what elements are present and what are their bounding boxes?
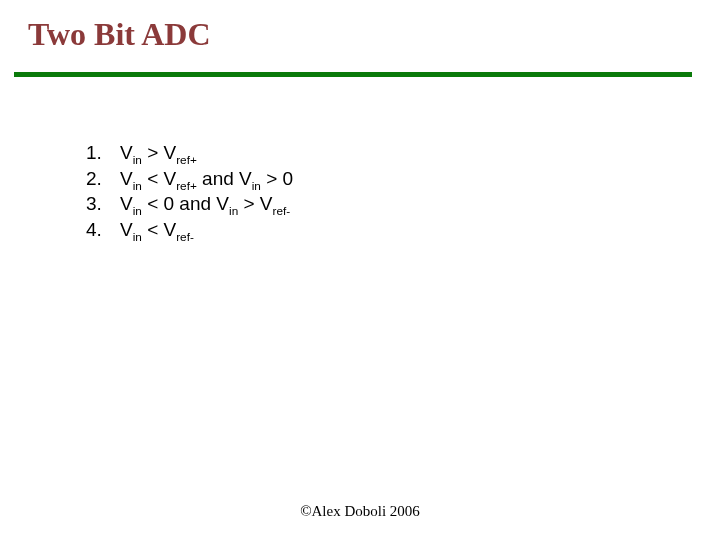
condition-list: 1. Vin > Vref+ 2. Vin < Vref+ and Vin > … (86, 140, 293, 243)
list-item: 4. Vin < Vref- (86, 217, 293, 243)
title-underline (14, 72, 692, 77)
list-number: 2. (86, 166, 120, 192)
copyright-footer: ©Alex Doboli 2006 (0, 503, 720, 520)
list-body: Vin > Vref+ (120, 140, 197, 166)
list-number: 4. (86, 217, 120, 243)
list-body: Vin < 0 and Vin > Vref- (120, 191, 290, 217)
slide: Two Bit ADC 1. Vin > Vref+ 2. Vin < Vref… (0, 0, 720, 540)
list-item: 2. Vin < Vref+ and Vin > 0 (86, 166, 293, 192)
list-number: 3. (86, 191, 120, 217)
list-item: 3. Vin < 0 and Vin > Vref- (86, 191, 293, 217)
list-body: Vin < Vref- (120, 217, 194, 243)
list-item: 1. Vin > Vref+ (86, 140, 293, 166)
list-number: 1. (86, 140, 120, 166)
list-body: Vin < Vref+ and Vin > 0 (120, 166, 293, 192)
page-title: Two Bit ADC (28, 16, 211, 53)
